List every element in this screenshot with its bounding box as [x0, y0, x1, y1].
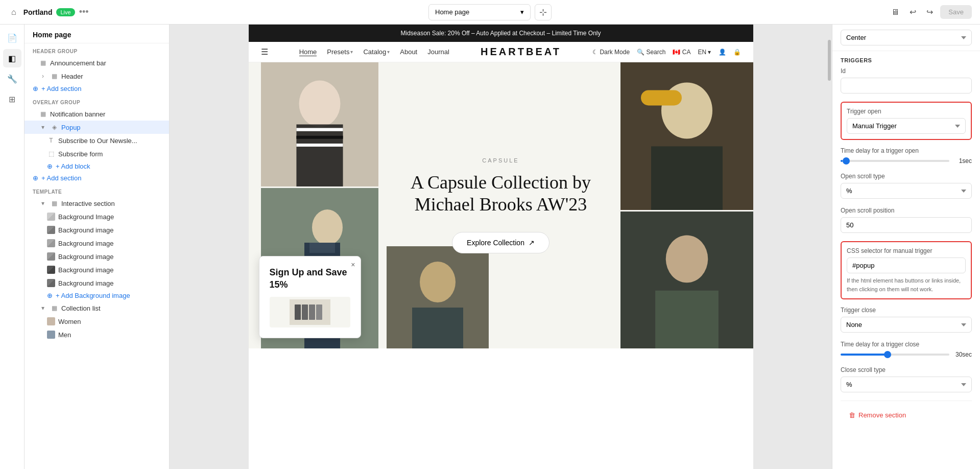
nav-catalog[interactable]: Catalog ▾ [363, 48, 390, 56]
topbar: ⌂ Portland Live ••• Home page ▾ ⊹ 🖥 ↩ ↪ … [0, 0, 980, 25]
tree-item-interactive-section[interactable]: ▾ ▦ Interactive section [25, 197, 169, 210]
tree-item-notification-banner[interactable]: ▦ Notification banner [25, 107, 169, 121]
save-button[interactable]: Save [940, 5, 972, 19]
add-section-2-link[interactable]: ⊕ + Add section [25, 172, 169, 184]
home-icon[interactable]: ⌂ [8, 6, 19, 19]
redo-button[interactable]: ↪ [923, 5, 936, 19]
left-panel-title: Home page [25, 25, 169, 43]
more-options-icon[interactable]: ••• [79, 7, 89, 17]
close-scroll-type-select[interactable]: % px [841, 377, 972, 392]
page-selector-text: Home page [435, 8, 469, 16]
trash-icon: 🗑 [849, 411, 855, 419]
scroll-thumb[interactable] [828, 40, 831, 81]
header-expand-icon: › [39, 72, 47, 80]
dark-mode-toggle[interactable]: ☾ Dark Mode [592, 49, 630, 56]
popup-icon: ◈ [50, 123, 58, 131]
monitor-icon-button[interactable]: 🖥 [888, 6, 902, 19]
sidebar-icon-layers[interactable]: ◧ [3, 49, 21, 67]
time-delay-open-label: Time delay for a trigger open [841, 147, 972, 154]
tree-item-bg-image-3[interactable]: Background image [25, 237, 169, 250]
time-delay-close-group: Time delay for a trigger close 30sec [841, 341, 972, 358]
nav-about[interactable]: About [400, 48, 417, 56]
add-block-link[interactable]: ⊕ + Add block [25, 160, 169, 172]
right-panel: Center TRIGGERS Id Trigger open Manual T… [832, 25, 980, 469]
time-delay-close-thumb[interactable] [884, 351, 891, 358]
language-selector[interactable]: EN ▾ [698, 49, 711, 56]
time-delay-open-slider-row: 1sec [841, 157, 972, 165]
popup-image-area [270, 297, 350, 327]
subscribe-text-icon: T [47, 136, 55, 145]
open-scroll-position-label: Open scroll position [841, 207, 972, 214]
remove-section-button[interactable]: 🗑 Remove section [841, 407, 972, 423]
popup-collapse-icon: ▾ [39, 123, 47, 131]
open-scroll-position-group: Open scroll position [841, 207, 972, 233]
open-scroll-position-input[interactable] [841, 217, 972, 233]
sidebar-icon-tools[interactable]: 🔧 [3, 69, 21, 88]
id-field-group: Id [841, 67, 972, 93]
explore-collection-button[interactable]: Explore Collection ↗ [452, 232, 549, 253]
add-bg-icon: ⊕ [47, 292, 53, 299]
popup-close-button[interactable]: × [351, 261, 355, 269]
popup-overlay: × Sign Up and Save 15% [259, 256, 361, 338]
tree-item-header[interactable]: › ▦ Header [25, 69, 169, 83]
tree-item-bg-image-1[interactable]: Background Image [25, 210, 169, 223]
svg-rect-24 [316, 304, 322, 320]
bg-thumb-6 [47, 279, 55, 287]
trigger-close-select[interactable]: None On Scroll On Timer [841, 317, 972, 333]
open-scroll-type-label: Open scroll type [841, 173, 972, 180]
hero-label: CAPSULE [482, 157, 519, 163]
sidebar-icon-components[interactable]: ⊞ [3, 90, 21, 108]
live-badge: Live [56, 8, 75, 16]
preview-inner: Midseason Sale: 20% Off – Auto Applied a… [249, 25, 753, 469]
add-section-2-icon: ⊕ [33, 174, 38, 182]
notification-icon: ▦ [39, 110, 47, 118]
sidebar-icon-pages[interactable]: 📄 [3, 29, 21, 47]
time-delay-open-thumb[interactable] [843, 157, 850, 165]
page-selector[interactable]: Home page ▾ [428, 4, 531, 20]
country-selector[interactable]: 🇨🇦 CA [673, 49, 690, 56]
popup-img-svg [290, 299, 330, 325]
main: 📄 ◧ 🔧 ⊞ Home page HEADER GROUP ▦ Announc… [0, 25, 980, 469]
undo-button[interactable]: ↩ [906, 5, 919, 19]
search-button[interactable]: 🔍 Search [637, 49, 665, 56]
add-bg-image-link[interactable]: ⊕ + Add Background image [25, 290, 169, 301]
time-delay-close-label: Time delay for a trigger close [841, 341, 972, 348]
interactive-icon: ▦ [50, 199, 58, 207]
tree-item-bg-image-4[interactable]: Background image [25, 250, 169, 263]
nav-journal[interactable]: Journal [427, 48, 449, 56]
tree-item-women[interactable]: Women [25, 315, 169, 328]
nav-presets[interactable]: Presets ▾ [327, 48, 353, 56]
selection-tool-button[interactable]: ⊹ [535, 4, 552, 20]
open-scroll-type-select[interactable]: % px [841, 183, 972, 199]
tree-item-bg-image-2[interactable]: Background image [25, 223, 169, 237]
css-selector-input[interactable] [847, 257, 966, 273]
tree-item-bg-image-6[interactable]: Background image [25, 276, 169, 290]
trigger-open-group: Trigger open Manual Trigger On Load On S… [841, 102, 972, 140]
time-delay-open-value: 1sec [953, 157, 972, 165]
hero-img-svg-3 [620, 62, 753, 210]
align-select[interactable]: Center [841, 30, 972, 45]
left-panel: Home page HEADER GROUP ▦ Announcement ba… [25, 25, 170, 469]
tree-item-subscribe-newsletter[interactable]: T Subscribe to Our Newsle... [25, 134, 169, 147]
tree-item-men[interactable]: Men [25, 328, 169, 341]
trigger-close-group: Trigger close None On Scroll On Timer [841, 307, 972, 333]
hero-left-img-1 [261, 62, 378, 186]
id-label: Id [841, 67, 972, 75]
tree-item-announcement-bar[interactable]: ▦ Announcement bar [25, 56, 169, 69]
trigger-open-select[interactable]: Manual Trigger On Load On Scroll On Exit… [847, 118, 966, 134]
bg-thumb-1 [47, 213, 55, 221]
id-input[interactable] [841, 78, 972, 93]
nav-home[interactable]: Home [299, 48, 317, 56]
announcement-bar: Midseason Sale: 20% Off – Auto Applied a… [249, 25, 753, 42]
preview-area: Midseason Sale: 20% Off – Auto Applied a… [170, 25, 832, 469]
svg-point-1 [299, 80, 340, 127]
hamburger-menu[interactable]: ☰ [261, 47, 268, 57]
tree-item-popup[interactable]: ▾ ◈ Popup [25, 121, 169, 134]
open-scroll-type-group: Open scroll type % px [841, 173, 972, 199]
tree-item-collection-list[interactable]: ▾ ▦ Collection list [25, 301, 169, 315]
tree-item-subscribe-form[interactable]: ⬚ Subscribe form [25, 147, 169, 160]
tree-item-bg-image-5[interactable]: Background image [25, 263, 169, 276]
add-section-1-link[interactable]: ⊕ + Add section [25, 83, 169, 95]
cart-icon[interactable]: 🔒 [733, 49, 741, 56]
account-icon[interactable]: 👤 [719, 49, 726, 56]
